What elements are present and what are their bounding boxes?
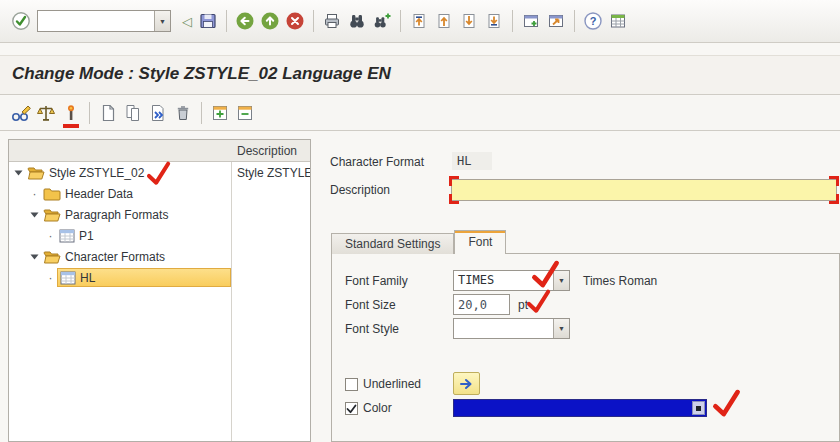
tree-node[interactable]: Style ZSTYLE_02: [25, 163, 231, 182]
tree-node[interactable]: Header Data: [41, 184, 231, 203]
enter-button[interactable]: [10, 9, 32, 33]
underlined-label: Underlined: [363, 377, 421, 391]
tree-name-cell: Character Formats: [9, 246, 231, 267]
column-divider[interactable]: [231, 140, 232, 441]
exit-button[interactable]: [259, 9, 281, 33]
find-button[interactable]: [346, 9, 368, 33]
font-size-unit-label: pt: [518, 298, 528, 312]
tree-name-cell: Paragraph Formats: [9, 204, 231, 225]
tree-node-selected[interactable]: HL: [57, 268, 231, 287]
description-input[interactable]: [451, 179, 837, 201]
right-arrow-icon: [459, 377, 475, 391]
tab-strip: Standard Settings Font: [331, 230, 506, 254]
expander-icon[interactable]: [28, 252, 41, 261]
underline-settings-button[interactable]: [453, 372, 480, 395]
tab-standard-settings[interactable]: Standard Settings: [331, 233, 454, 254]
new-session-button[interactable]: [520, 9, 542, 33]
cancel-icon: [285, 11, 305, 31]
cancel-button[interactable]: [284, 9, 306, 33]
command-dropdown-icon[interactable]: ▼: [154, 11, 170, 31]
next-page-button[interactable]: [458, 9, 480, 33]
color-value-bar[interactable]: [453, 399, 707, 417]
color-picker-icon[interactable]: [692, 401, 705, 415]
font-size-label: Font Size: [345, 298, 396, 312]
tree-row-p1[interactable]: · P1: [9, 225, 310, 246]
annotation-corner: [449, 176, 459, 186]
display-change-icon: [10, 103, 32, 123]
tree-node[interactable]: Paragraph Formats: [41, 205, 231, 224]
tree-name-cell: · HL: [9, 267, 231, 288]
customize-layout-button[interactable]: [607, 9, 629, 33]
tree-name-cell: Style ZSTYLE_02: [9, 162, 231, 183]
command-collapse-icon[interactable]: ◁: [180, 14, 194, 29]
find-next-icon: [372, 11, 392, 31]
bullet-icon: ·: [28, 187, 41, 201]
underlined-checkbox[interactable]: [345, 378, 358, 391]
table-icon: [59, 229, 75, 243]
create-shortcut-icon: [546, 11, 566, 31]
character-format-value: HL: [452, 152, 492, 170]
find-next-button[interactable]: [371, 9, 393, 33]
tree-row-style[interactable]: Style ZSTYLE_02 Style ZSTYLE: [9, 162, 310, 183]
color-label: Color: [363, 401, 392, 415]
expand-all-button[interactable]: [209, 101, 231, 125]
checkbox-check-icon: [346, 404, 357, 414]
create-shortcut-button[interactable]: [545, 9, 567, 33]
chevron-down-icon[interactable]: ▼: [553, 271, 569, 290]
last-page-icon: [484, 11, 504, 31]
activate-icon: [64, 103, 78, 123]
expander-icon[interactable]: [12, 168, 25, 177]
tree-node[interactable]: P1: [57, 226, 231, 245]
tab-font[interactable]: Font: [454, 230, 506, 254]
paste-node-button[interactable]: [147, 101, 169, 125]
font-family-value: TIMES: [454, 271, 553, 290]
folder-closed-icon: [43, 187, 61, 201]
toolbar-separator: [201, 102, 202, 124]
chevron-down-icon[interactable]: ▼: [553, 319, 569, 338]
font-family-combo[interactable]: TIMES ▼: [453, 270, 570, 291]
annotation-corner: [829, 194, 839, 204]
font-style-combo[interactable]: ▼: [453, 318, 570, 339]
last-page-button[interactable]: [483, 9, 505, 33]
back-button[interactable]: [234, 9, 256, 33]
tree-node-label: Header Data: [65, 187, 133, 201]
title-bar: Change Mode : Style ZSTYLE_02 Language E…: [0, 55, 840, 95]
delete-node-button[interactable]: [172, 101, 194, 125]
create-node-button[interactable]: [97, 101, 119, 125]
expander-icon[interactable]: [28, 210, 41, 219]
display-change-button[interactable]: [10, 101, 32, 125]
copy-node-button[interactable]: [122, 101, 144, 125]
tree-row-header-data[interactable]: · Header Data: [9, 183, 310, 204]
tree-node[interactable]: Character Formats: [41, 247, 231, 266]
expand-all-icon: [210, 103, 230, 123]
tree-row-paragraph-formats[interactable]: Paragraph Formats: [9, 204, 310, 225]
help-button[interactable]: ?: [582, 9, 604, 33]
collapse-all-button[interactable]: [234, 101, 256, 125]
command-field[interactable]: [38, 11, 154, 31]
first-page-button[interactable]: [408, 9, 430, 33]
font-size-input[interactable]: [453, 294, 510, 315]
activate-button[interactable]: [60, 101, 82, 125]
check-button[interactable]: [35, 101, 57, 125]
tree-row-hl[interactable]: · HL: [9, 267, 310, 288]
folder-open-icon: [27, 166, 45, 180]
font-family-label: Font Family: [345, 274, 408, 288]
folder-open-icon: [43, 208, 61, 222]
check-icon: [35, 103, 57, 123]
toolbar-separator: [89, 102, 90, 124]
tree-row-character-formats[interactable]: Character Formats: [9, 246, 310, 267]
print-button[interactable]: [321, 9, 343, 33]
previous-page-button[interactable]: [433, 9, 455, 33]
tree-description-cell: Style ZSTYLE: [231, 166, 310, 180]
new-session-icon: [521, 11, 541, 31]
tree-node-label: Character Formats: [65, 250, 165, 264]
annotation-corner: [449, 194, 459, 204]
bullet-icon: ·: [44, 271, 57, 285]
font-style-label: Font Style: [345, 322, 399, 336]
collapse-all-icon: [235, 103, 255, 123]
customize-layout-icon: [608, 11, 628, 31]
description-label: Description: [330, 183, 390, 197]
save-button[interactable]: [197, 9, 219, 33]
color-checkbox[interactable]: [345, 402, 358, 415]
tree-name-cell: · Header Data: [9, 183, 231, 204]
